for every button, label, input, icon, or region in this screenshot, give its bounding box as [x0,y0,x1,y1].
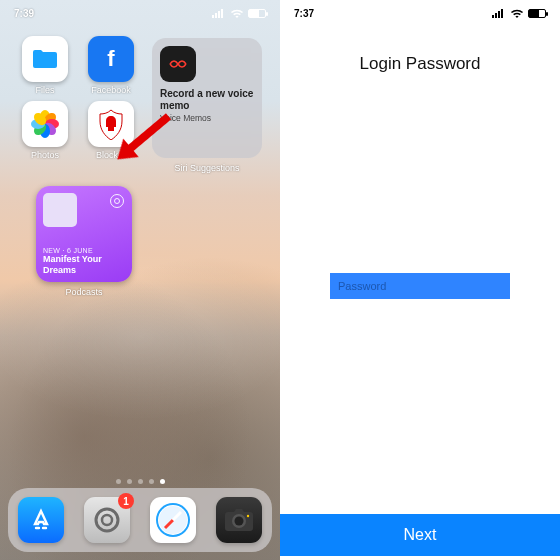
app-label: Files [18,85,72,95]
home-screen: 7:39 Files f Facebook [0,0,280,560]
status-time: 7:39 [14,8,34,19]
siri-subtitle: Voice Memos [160,113,254,123]
photos-icon [22,101,68,147]
app-files[interactable]: Files [18,36,72,95]
battery-icon [248,9,266,18]
safari-icon [153,500,193,540]
signal-icon [212,9,226,18]
notification-badge: 1 [118,493,134,509]
svg-point-1 [102,515,112,525]
dock-app-settings[interactable]: 1 [84,497,130,543]
next-button[interactable]: Next [280,514,560,556]
siri-title: Record a new voice memo [160,88,254,112]
page-title: Login Password [280,54,560,74]
svg-point-7 [235,517,244,526]
password-field-wrap[interactable] [330,273,510,299]
status-right [492,8,546,18]
gear-icon [92,505,122,535]
status-time: 7:37 [294,8,314,19]
voice-memos-icon [160,46,196,82]
signal-icon [492,9,506,18]
app-label: Facebook [84,85,138,95]
podcast-meta: NEW · 6 JUNE [43,247,125,254]
facebook-icon: f [88,36,134,82]
status-bar: 7:39 [0,0,280,22]
app-photos[interactable]: Photos [18,101,72,160]
blocker-icon [88,101,134,147]
podcasts-icon [110,194,124,208]
appstore-icon [27,506,55,534]
files-icon [22,36,68,82]
app-facebook[interactable]: f Facebook [84,36,138,95]
status-right [212,8,266,18]
dock: 1 [8,488,272,552]
svg-point-8 [247,515,249,517]
password-input[interactable] [338,280,502,292]
battery-icon [528,9,546,18]
svg-point-0 [96,509,118,531]
dock-app-appstore[interactable] [18,497,64,543]
dock-app-safari[interactable] [150,497,196,543]
dock-app-camera[interactable] [216,497,262,543]
status-bar: 7:37 [280,0,560,22]
app-label: Photos [18,150,72,160]
wifi-icon [510,8,524,18]
widget-label: Siri Suggestions [152,163,262,173]
next-button-label: Next [404,526,437,544]
wifi-icon [230,8,244,18]
widget-label: Podcasts [36,287,132,297]
podcasts-widget[interactable]: NEW · 6 JUNE Manifest Your Dreams Podcas… [36,186,132,282]
siri-suggestions-widget[interactable]: Record a new voice memo Voice Memos Siri… [152,38,262,158]
login-screen: 7:37 Login Password Next [280,0,560,560]
podcast-artwork [43,193,77,227]
podcast-title: Manifest Your Dreams [43,254,125,275]
page-indicator[interactable] [0,479,280,484]
camera-icon [224,508,254,532]
